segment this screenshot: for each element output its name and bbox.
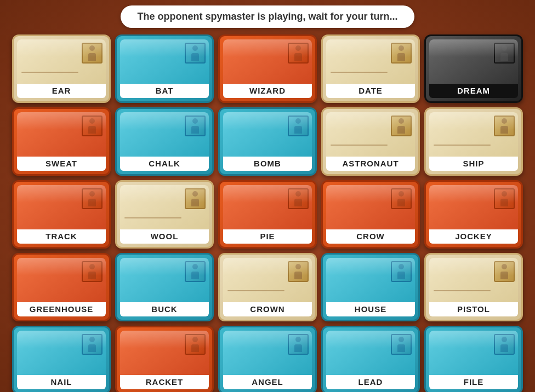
card-grid: EARBATWIZARDDATEDREAMSWEATCHALKBOMBASTRO… [12,34,523,392]
card-stamp [391,188,412,209]
stamp-person-icon [293,191,304,206]
card-stamp [185,261,206,282]
card-stamp [82,261,103,282]
stamp-person-icon [87,45,98,61]
card-label: HOUSE [326,302,415,316]
card-house[interactable]: HOUSE [321,253,420,321]
card-inner [223,39,312,84]
stamp-person-icon [190,337,201,352]
stamp-person-icon [87,337,98,352]
card-inner [326,185,415,229]
card-ship[interactable]: SHIP [424,107,523,176]
card-label: ANGEL [223,375,312,389]
card-inner [429,39,518,84]
stamp-person-icon [87,118,98,134]
card-astronaut[interactable]: ASTRONAUT [321,107,420,176]
card-bat[interactable]: BAT [115,34,214,103]
card-label: ASTRONAUT [326,157,415,171]
card-inner [429,112,518,157]
card-label: FILE [429,375,518,389]
card-line [227,290,284,291]
card-sweat[interactable]: SWEAT [12,107,111,176]
card-stamp [391,116,412,136]
card-track[interactable]: TRACK [12,180,111,249]
card-stamp [82,188,103,209]
card-stamp [82,43,103,64]
card-inner [326,112,415,157]
card-bomb[interactable]: BOMB [218,107,317,176]
card-buck[interactable]: BUCK [115,253,214,321]
card-label: RACKET [120,375,209,389]
card-stamp [185,43,206,64]
card-label: WIZARD [223,84,312,98]
card-inner [223,185,312,229]
stamp-person-icon [293,337,304,352]
card-stamp [494,116,515,136]
card-pie[interactable]: PIE [218,180,317,249]
card-crown[interactable]: CROWN [218,253,317,321]
card-inner [326,258,415,302]
card-inner [120,112,209,157]
card-line [21,72,78,73]
card-line [124,217,181,218]
card-label: BOMB [223,157,312,171]
card-stamp [494,43,515,64]
stamp-person-icon [396,45,407,61]
card-stamp [288,188,309,209]
card-inner [429,331,518,375]
stamp-person-icon [499,191,510,206]
card-stamp [82,116,103,136]
card-wizard[interactable]: WIZARD [218,34,317,103]
card-chalk[interactable]: CHALK [115,107,214,176]
card-stamp [494,261,515,282]
card-label: CROWN [223,302,312,316]
card-label: PISTOL [429,302,518,316]
stamp-person-icon [293,264,304,279]
card-date[interactable]: DATE [321,34,420,103]
card-inner [17,112,106,157]
card-dream[interactable]: DREAM [424,34,523,103]
card-inner [326,39,415,84]
card-ear[interactable]: EAR [12,34,111,103]
card-line [434,145,491,146]
stamp-person-icon [396,118,407,134]
stamp-person-icon [499,264,510,279]
card-line [434,290,491,291]
card-racket[interactable]: RACKET [115,326,214,392]
card-label: NAIL [17,375,106,389]
card-inner [17,331,106,375]
card-wool[interactable]: WOOL [115,180,214,249]
card-stamp [185,188,206,209]
card-label: SWEAT [17,157,106,171]
stamp-person-icon [293,45,304,61]
card-label: PIE [223,229,312,244]
card-pistol[interactable]: PISTOL [424,253,523,321]
card-label: GREENHOUSE [17,302,106,316]
stamp-person-icon [87,191,98,206]
card-inner [17,185,106,229]
card-label: BUCK [120,302,209,316]
stamp-person-icon [190,118,201,134]
stamp-person-icon [396,191,407,206]
card-label: DREAM [429,84,518,98]
card-lead[interactable]: LEAD [321,326,420,392]
card-nail[interactable]: NAIL [12,326,111,392]
card-line [331,72,388,73]
card-angel[interactable]: ANGEL [218,326,317,392]
card-stamp [185,116,206,136]
stamp-person-icon [499,45,510,61]
card-label: CHALK [120,157,209,171]
card-stamp [391,261,412,282]
card-label: JOCKEY [429,229,518,244]
card-stamp [391,334,412,355]
card-greenhouse[interactable]: GREENHOUSE [12,253,111,321]
stamp-person-icon [499,337,510,352]
card-jockey[interactable]: JOCKEY [424,180,523,249]
card-file[interactable]: FILE [424,326,523,392]
card-inner [223,331,312,375]
card-crow[interactable]: CROW [321,180,420,249]
stamp-person-icon [499,118,510,134]
status-banner: The opponent spymaster is playing, wait … [121,5,414,28]
stamp-person-icon [87,264,98,279]
card-label: DATE [326,84,415,98]
